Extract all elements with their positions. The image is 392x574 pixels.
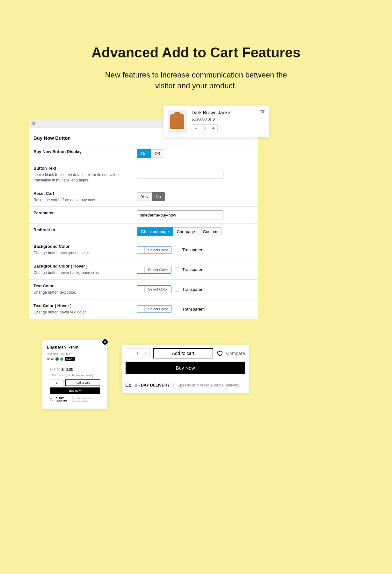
ck-qty-value: 1 xyxy=(134,351,141,356)
selected-features-label: Selected Features xyxy=(47,352,103,356)
bg-hover-transparent-check[interactable] xyxy=(175,268,179,272)
bg-color-transparent-label: Transparent xyxy=(182,247,205,252)
cart-item-name: Dark Brown Jacket xyxy=(192,110,256,115)
redirect-custom[interactable]: Custom xyxy=(199,227,221,236)
ck-qty-inc[interactable]: + xyxy=(141,350,149,357)
redirect-cart[interactable]: Cart page xyxy=(173,227,199,236)
text-hover-transparent-label: Transparent xyxy=(182,307,205,312)
ck-qty-control: − 1 + xyxy=(126,348,150,358)
truck-icon xyxy=(50,398,53,401)
button-text-input[interactable] xyxy=(137,170,223,179)
display-on[interactable]: On xyxy=(137,149,150,158)
text-color-picker[interactable]: Select Color xyxy=(137,285,171,293)
redirect-label: Redirect to xyxy=(33,227,137,232)
close-icon[interactable]: ✕ xyxy=(102,339,108,345)
compare-link[interactable]: Compare xyxy=(226,351,245,356)
bg-color-help: Change button background color. xyxy=(33,250,123,256)
product-card: ✕ Black Man T-shirt Selected Features Co… xyxy=(42,340,107,409)
text-color-help: Change button text color. xyxy=(33,290,123,295)
clear-button[interactable]: CLEAR xyxy=(65,357,75,361)
pc-add-to-cart-button[interactable]: Add to cart xyxy=(65,379,100,386)
panel-icon[interactable] xyxy=(32,121,36,126)
text-color-transparent-label: Transparent xyxy=(182,287,205,292)
cart-qty-increase[interactable]: + xyxy=(209,125,217,132)
display-off[interactable]: Off xyxy=(151,149,164,158)
text-hover-help: Change button hover text color. xyxy=(33,310,123,315)
text-color-transparent-check[interactable] xyxy=(175,287,179,291)
text-color-label: Text Color xyxy=(33,283,137,288)
text-hover-picker[interactable]: Select Color xyxy=(137,305,171,313)
bg-color-label: Background Color xyxy=(33,244,137,249)
hero-subtitle: New features to increase communication b… xyxy=(0,70,392,91)
color-swatch-1[interactable] xyxy=(55,357,59,361)
pc-qty-dec[interactable]: − xyxy=(50,380,54,386)
cart-qty-control: − 3 + xyxy=(192,124,218,132)
bg-hover-label: Background Color ( Hover ) xyxy=(33,264,137,269)
color-label: Color xyxy=(47,357,54,361)
pc-delivery-text: Speedy and reliable parcel delivery! xyxy=(72,397,100,402)
reset-cart-label: Reset Cart xyxy=(33,191,137,196)
stock-label: 495 in stock (can be backordered) xyxy=(50,374,100,377)
bg-hover-help: Change button hover background color. xyxy=(33,270,123,276)
ck-buy-now-button[interactable]: Buy Now xyxy=(126,362,245,374)
reset-yes[interactable]: Yes xyxy=(137,192,152,201)
bg-hover-transparent-label: Transparent xyxy=(182,267,205,272)
button-text-label: Button Text xyxy=(33,166,137,171)
cart-item-price: $190.00 X 3 xyxy=(192,117,256,121)
parameter-input[interactable] xyxy=(137,210,223,219)
cart-item-image xyxy=(168,110,187,133)
pc-qty-control: − 1 + xyxy=(50,379,64,386)
product-price: $45.00 $40.00 xyxy=(50,367,100,372)
color-swatch-2[interactable] xyxy=(60,357,63,361)
parameter-label: Parameter xyxy=(33,210,137,215)
button-text-help: Leave blank to use the default text or i… xyxy=(33,172,123,183)
ck-add-to-cart-button[interactable]: Add to cart xyxy=(153,348,213,358)
text-hover-transparent-check[interactable] xyxy=(175,307,179,311)
reset-no[interactable]: No xyxy=(152,192,165,201)
pc-buy-now-button[interactable]: Buy Now xyxy=(50,387,100,394)
bg-color-transparent-check[interactable] xyxy=(175,248,179,252)
bg-color-picker[interactable]: Select Color xyxy=(137,246,171,254)
heart-icon[interactable] xyxy=(216,350,223,357)
settings-panel: Buy Now Button Buy Now Button Display On… xyxy=(29,120,258,319)
reset-cart-help: Reset the cart before doing buy now. xyxy=(33,197,123,203)
ck-delivery-text: Speedy and reliable parcel delivery! xyxy=(178,383,241,387)
truck-icon xyxy=(126,383,132,388)
checkout-panel: − 1 + Add to cart Compare Buy Now 2 - DA… xyxy=(122,345,249,393)
product-title: Black Man T-shirt xyxy=(47,345,103,350)
cart-qty-value: 3 xyxy=(200,126,209,130)
pc-qty-inc[interactable]: + xyxy=(59,380,63,386)
ck-delivery-title: 2 - DAY DELIVERY xyxy=(135,383,170,387)
cart-qty-decrease[interactable]: − xyxy=(192,125,200,132)
redirect-checkout[interactable]: Checkout page xyxy=(137,227,173,236)
ck-qty-dec[interactable]: − xyxy=(126,350,134,357)
text-hover-label: Text Color ( Hover ) xyxy=(33,303,137,308)
bg-hover-picker[interactable]: Select Color xyxy=(137,266,171,274)
hero-title: Advanced Add to Cart Features xyxy=(0,45,392,61)
pc-delivery-title: 2 - DAYDELIVERY xyxy=(55,397,67,402)
pc-qty-value: 1 xyxy=(54,381,59,384)
cart-item-popup: Dark Brown Jacket $190.00 X 3 − 3 + xyxy=(163,106,269,137)
display-label: Buy Now Button Display xyxy=(33,149,137,154)
trash-icon[interactable] xyxy=(260,110,265,114)
